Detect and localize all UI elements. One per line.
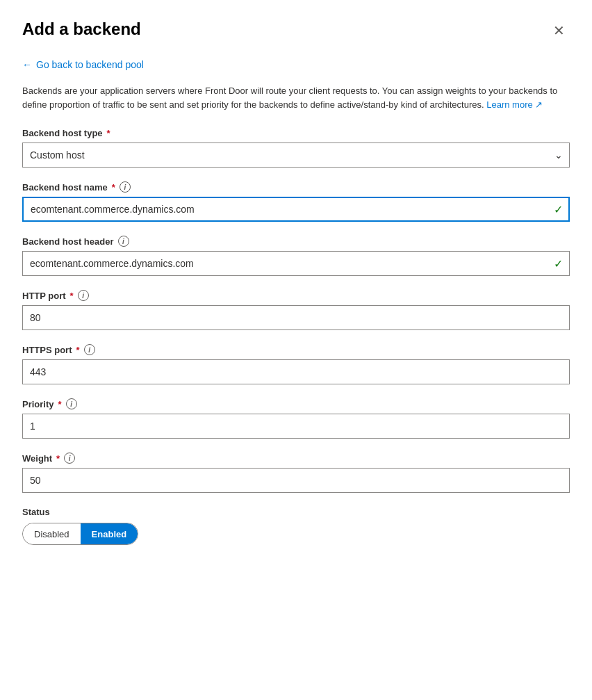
required-star-hostname: *: [112, 182, 115, 193]
enabled-toggle-option[interactable]: Enabled: [81, 523, 138, 544]
backend-host-header-label: Backend host header i: [22, 236, 570, 247]
close-button[interactable]: ✕: [548, 19, 570, 42]
backend-host-header-info-icon[interactable]: i: [118, 236, 129, 247]
http-port-input[interactable]: [22, 305, 570, 330]
learn-more-link[interactable]: Learn more ↗: [486, 99, 543, 110]
backend-host-type-select-wrapper: Custom host Storage Cloud service App se…: [22, 143, 570, 168]
back-link-text: Go back to backend pool: [36, 59, 144, 70]
priority-input-wrapper: [22, 414, 570, 439]
weight-label: Weight * i: [22, 453, 570, 464]
backend-host-name-input-wrapper: ✓: [22, 197, 570, 222]
http-port-info-icon[interactable]: i: [78, 290, 89, 301]
back-arrow-icon: ←: [22, 59, 32, 70]
valid-check-icon: ✓: [554, 203, 563, 216]
required-star-https: *: [76, 345, 80, 355]
status-section: Status Disabled Enabled: [22, 507, 570, 545]
disabled-toggle-option[interactable]: Disabled: [23, 523, 81, 544]
panel-header: Add a backend ✕: [22, 19, 570, 42]
backend-host-name-info-icon[interactable]: i: [120, 181, 131, 193]
weight-group: Weight * i: [22, 453, 570, 493]
backend-host-type-group: Backend host type * Custom host Storage …: [22, 128, 570, 168]
external-link-icon: ↗: [535, 99, 543, 110]
weight-info-icon[interactable]: i: [64, 453, 75, 464]
backend-host-name-group: Backend host name * i ✓: [22, 181, 570, 222]
http-port-input-wrapper: [22, 305, 570, 330]
required-star-http: *: [70, 291, 74, 301]
backend-host-header-input[interactable]: [22, 251, 570, 276]
backend-host-type-select[interactable]: Custom host Storage Cloud service App se…: [22, 143, 570, 168]
header-valid-check-icon: ✓: [554, 257, 563, 270]
backend-host-type-label: Backend host type *: [22, 128, 570, 138]
https-port-label: HTTPS port * i: [22, 344, 570, 355]
https-port-group: HTTPS port * i: [22, 344, 570, 384]
add-backend-panel: Add a backend ✕ ← Go back to backend poo…: [0, 0, 592, 700]
priority-label: Priority * i: [22, 398, 570, 409]
https-port-input[interactable]: [22, 359, 570, 384]
backend-host-name-label: Backend host name * i: [22, 181, 570, 193]
required-star: *: [107, 128, 110, 138]
status-label: Status: [22, 507, 570, 517]
priority-input[interactable]: [22, 414, 570, 439]
required-star-priority: *: [58, 399, 62, 409]
http-port-group: HTTP port * i: [22, 290, 570, 330]
status-toggle-container: Disabled Enabled: [22, 523, 570, 545]
priority-info-icon[interactable]: i: [66, 398, 77, 409]
backend-host-header-group: Backend host header i ✓: [22, 236, 570, 276]
status-toggle-group[interactable]: Disabled Enabled: [22, 523, 138, 545]
priority-group: Priority * i: [22, 398, 570, 439]
panel-title: Add a backend: [22, 19, 141, 39]
required-star-weight: *: [56, 453, 60, 464]
close-icon: ✕: [553, 22, 565, 39]
https-port-info-icon[interactable]: i: [84, 344, 95, 355]
back-to-backend-pool-link[interactable]: ← Go back to backend pool: [22, 59, 144, 70]
weight-input[interactable]: [22, 468, 570, 493]
http-port-label: HTTP port * i: [22, 290, 570, 301]
backend-host-name-input[interactable]: [22, 197, 570, 222]
https-port-input-wrapper: [22, 359, 570, 384]
backend-host-header-input-wrapper: ✓: [22, 251, 570, 276]
description-text: Backends are your application servers wh…: [22, 84, 570, 111]
weight-input-wrapper: [22, 468, 570, 493]
